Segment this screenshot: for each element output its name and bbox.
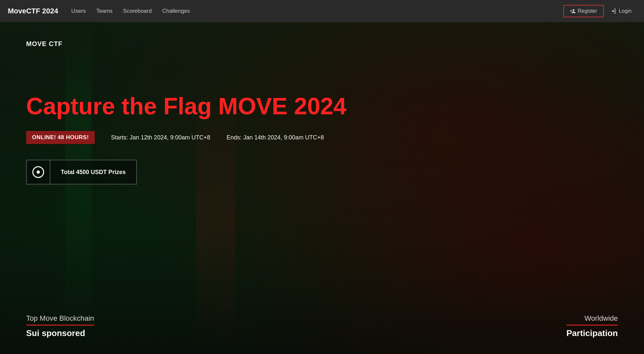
hero-content: MOVE CTF Capture the Flag MOVE 2024 ONLI… [0, 22, 644, 185]
navbar: MoveCTF 2024 Users Teams Scoreboard Chal… [0, 0, 644, 22]
bottom-right-value: Participation [567, 328, 618, 338]
nav-actions: Register Login [563, 5, 636, 17]
event-badge: ONLINE! 48 HOURS! [26, 131, 95, 144]
user-plus-icon [570, 8, 576, 14]
hero-bottom: Top Move Blockchain Sui sponsored Worldw… [0, 314, 644, 354]
bottom-right: Worldwide Participation [567, 314, 618, 338]
start-date: Starts: Jan 12th 2024, 9:00am UTC+8 [111, 134, 210, 141]
bottom-left-value: Sui sponsored [26, 328, 94, 338]
end-date: Ends: Jan 14th 2024, 9:00am UTC+8 [226, 134, 324, 141]
nav-link-users[interactable]: Users [71, 8, 86, 14]
nav-link-challenges[interactable]: Challenges [162, 8, 190, 14]
prize-icon-dot [37, 170, 40, 174]
hero-subtitle: MOVE CTF [26, 40, 618, 48]
hero-title: Capture the Flag MOVE 2024 [26, 93, 618, 119]
login-label: Login [619, 8, 632, 14]
nav-link-teams[interactable]: Teams [96, 8, 112, 14]
register-button[interactable]: Register [563, 5, 604, 17]
login-button[interactable]: Login [606, 6, 636, 17]
nav-links: Users Teams Scoreboard Challenges [71, 8, 563, 14]
prize-box: Total 4500 USDT Prizes [26, 160, 137, 185]
nav-link-scoreboard[interactable]: Scoreboard [123, 8, 152, 14]
register-label: Register [578, 8, 597, 14]
prize-icon-wrap [27, 160, 50, 184]
bottom-left-label: Top Move Blockchain [26, 314, 94, 326]
bottom-left: Top Move Blockchain Sui sponsored [26, 314, 94, 338]
bottom-right-label: Worldwide [567, 314, 618, 326]
prize-text: Total 4500 USDT Prizes [50, 169, 136, 176]
prize-icon [32, 166, 44, 178]
hero-meta: ONLINE! 48 HOURS! Starts: Jan 12th 2024,… [26, 131, 618, 144]
login-icon [611, 8, 617, 14]
hero-section: MOVE CTF Capture the Flag MOVE 2024 ONLI… [0, 22, 644, 354]
nav-brand[interactable]: MoveCTF 2024 [8, 7, 58, 15]
